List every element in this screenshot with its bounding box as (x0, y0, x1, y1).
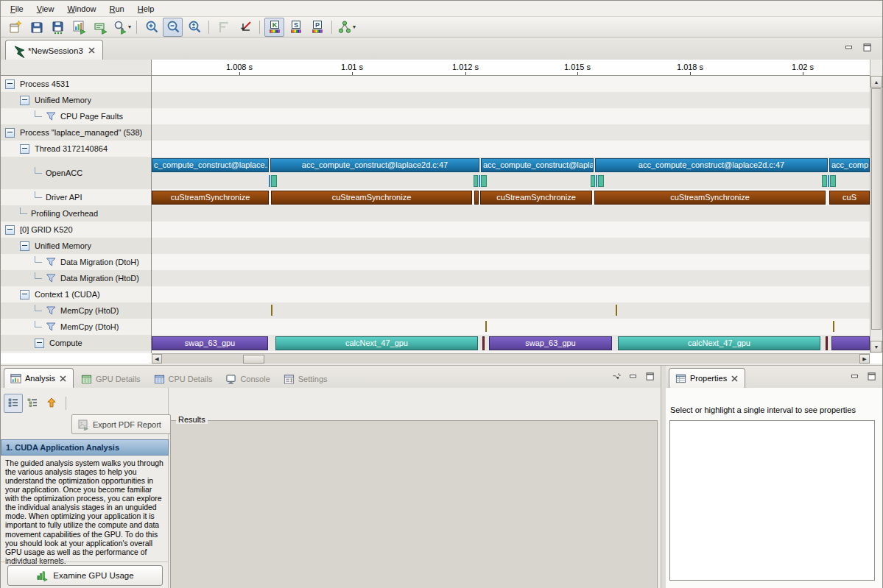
timeline-row-0-grid-k520[interactable]: [0] GRID K520 (1, 222, 151, 238)
timeline-row-unified-memory[interactable]: Unified Memory (1, 92, 151, 108)
unguided-analysis-list-button[interactable] (23, 394, 42, 413)
timeline-row-memcpy-dtoh[interactable]: MemCpy (DtoH) (1, 319, 151, 335)
run-analysis-button[interactable]: ▾ (112, 18, 132, 37)
timeline-row-data-migration-htod[interactable]: Data Migration (HtoD) (1, 270, 151, 286)
collapse-toggle-icon[interactable] (35, 339, 44, 348)
maximize-icon[interactable] (862, 43, 872, 52)
tab-cpu-details[interactable]: CPU Details (148, 370, 219, 388)
tab-gpu-details[interactable]: GPU Details (75, 370, 147, 388)
menu-run[interactable]: Run (103, 2, 131, 15)
tab-analysis[interactable]: Analysis (4, 368, 74, 389)
new-session-button[interactable] (5, 18, 25, 37)
maximize-icon[interactable] (645, 372, 655, 381)
menu-window[interactable]: Window (60, 2, 102, 15)
marker-ruler-button[interactable] (214, 18, 233, 37)
close-icon[interactable] (88, 46, 96, 54)
collapse-analysis-button[interactable] (42, 394, 61, 413)
timeline-row-openacc[interactable]: OpenACC (1, 157, 151, 189)
vertical-scroll-thumb[interactable] (871, 88, 882, 330)
zoom-in-button[interactable] (141, 18, 161, 37)
openacc-marker[interactable] (591, 175, 595, 187)
collapse-toggle-icon[interactable] (5, 128, 15, 138)
stream-view-button[interactable]: S (286, 18, 306, 37)
kernel-interval[interactable]: calcNext_47_gpu (618, 336, 820, 350)
collapse-toggle-icon[interactable] (5, 225, 15, 235)
kernel-interval[interactable] (831, 336, 870, 350)
timeline-row-process-laplace-managed-538[interactable]: Process "laplace_managed" (538) (1, 124, 151, 141)
view-menu-icon[interactable] (611, 372, 621, 381)
memcpy-dtoh-interval[interactable] (485, 321, 487, 332)
minimize-icon[interactable] (850, 372, 859, 381)
minimize-icon[interactable] (844, 43, 854, 52)
timeline-row-context-1-cuda[interactable]: Context 1 (CUDA) (1, 286, 151, 302)
openacc-marker[interactable] (598, 175, 604, 187)
openacc-interval[interactable]: acc_compute_construct@laplace2d.c:47 (270, 158, 479, 172)
openacc-marker[interactable] (596, 175, 597, 187)
rename-session-button[interactable] (91, 18, 110, 37)
openacc-marker[interactable] (271, 175, 277, 187)
openacc-interval[interactable]: acc_compute_construct@laplace2d.c:47 (595, 158, 828, 172)
goto-marker-button[interactable] (235, 18, 255, 37)
scroll-right-icon[interactable]: ▶ (859, 354, 870, 364)
kernel-view-button[interactable]: K (264, 18, 284, 37)
zoom-out-button[interactable] (163, 18, 183, 37)
maximize-icon[interactable] (867, 372, 876, 381)
close-icon[interactable] (59, 375, 67, 383)
export-pdf-button[interactable]: Export PDF Report (71, 414, 171, 434)
timeline-ruler[interactable]: 1.008 s1.01 s1.012 s1.015 s1.018 s1.02 s (152, 60, 870, 76)
driver-api-interval[interactable]: cuS (829, 191, 870, 205)
menu-help[interactable]: Help (131, 2, 161, 15)
memcpy-htod-interval[interactable] (616, 305, 617, 316)
dependency-view-button[interactable]: ▾ (337, 18, 356, 37)
timeline-row-compute[interactable]: Compute (1, 335, 151, 351)
openacc-interval[interactable]: c_compute_construct@laplace... (152, 158, 269, 172)
vertical-scrollbar[interactable]: ▲ ▼ (870, 60, 882, 353)
timeline-row-data-migration-dtoh[interactable]: Data Migration (DtoH) (1, 254, 151, 270)
guided-analysis-list-button[interactable] (4, 394, 23, 413)
timeline-row-cpu-page-faults[interactable]: CPU Page Faults (1, 108, 151, 124)
horizontal-scroll-thumb[interactable] (243, 355, 264, 364)
openacc-marker[interactable] (474, 175, 478, 187)
scroll-up-icon[interactable]: ▲ (870, 76, 882, 88)
timeline-row-unified-memory[interactable]: Unified Memory (1, 238, 151, 254)
openacc-interval[interactable]: acc_comp (829, 158, 870, 172)
process-view-button[interactable]: P (307, 18, 327, 37)
kernel-interval[interactable]: calcNext_47_gpu (275, 336, 478, 350)
timeline-row-thread-3172140864[interactable]: Thread 3172140864 (1, 141, 151, 157)
kernel-interval[interactable]: swap_63_gpu (152, 336, 268, 350)
collapse-toggle-icon[interactable] (20, 241, 29, 251)
zoom-fit-button[interactable] (184, 18, 204, 37)
openacc-marker[interactable] (822, 175, 827, 187)
run-analysis-dropdown-caret[interactable]: ▾ (128, 24, 131, 30)
save-session-button[interactable] (27, 18, 46, 37)
collapse-toggle-icon[interactable] (20, 96, 29, 105)
examine-gpu-usage-button[interactable]: Examine GPU Usage (7, 565, 163, 586)
menu-view[interactable]: View (30, 2, 61, 15)
collapse-toggle-icon[interactable] (5, 79, 15, 89)
timeline-row-driver-api[interactable]: Driver API (1, 189, 151, 205)
kernel-interval[interactable] (826, 336, 828, 350)
driver-api-interval[interactable]: cuStreamSynchronize (480, 191, 592, 205)
driver-api-interval[interactable]: cuStreamSynchronize (152, 191, 269, 205)
menu-file[interactable]: File (4, 2, 30, 15)
openacc-marker[interactable] (479, 175, 480, 187)
collapse-toggle-icon[interactable] (20, 290, 29, 300)
openacc-marker[interactable] (828, 175, 829, 187)
profile-application-button[interactable] (69, 18, 89, 37)
tab-settings[interactable]: Settings (278, 370, 334, 388)
memcpy-htod-interval[interactable] (271, 305, 272, 316)
kernel-interval[interactable]: swap_63_gpu (489, 336, 612, 350)
scroll-down-icon[interactable]: ▼ (870, 341, 882, 353)
scroll-left-icon[interactable]: ◀ (152, 354, 162, 364)
openacc-marker[interactable] (830, 175, 836, 187)
save-timeline-button[interactable] (48, 18, 68, 37)
driver-api-interval[interactable] (474, 191, 479, 205)
close-icon[interactable] (731, 375, 739, 383)
driver-api-interval[interactable]: cuStreamSynchronize (271, 191, 472, 205)
horizontal-scrollbar[interactable]: ◀ ▶ (152, 353, 870, 364)
timeline-row-profiling-overhead[interactable]: Profiling Overhead (1, 205, 151, 222)
dependency-view-dropdown-caret[interactable]: ▾ (353, 24, 356, 30)
kernel-interval[interactable] (482, 336, 485, 350)
tab-console[interactable]: Console (219, 370, 275, 388)
openacc-marker[interactable] (269, 175, 270, 187)
